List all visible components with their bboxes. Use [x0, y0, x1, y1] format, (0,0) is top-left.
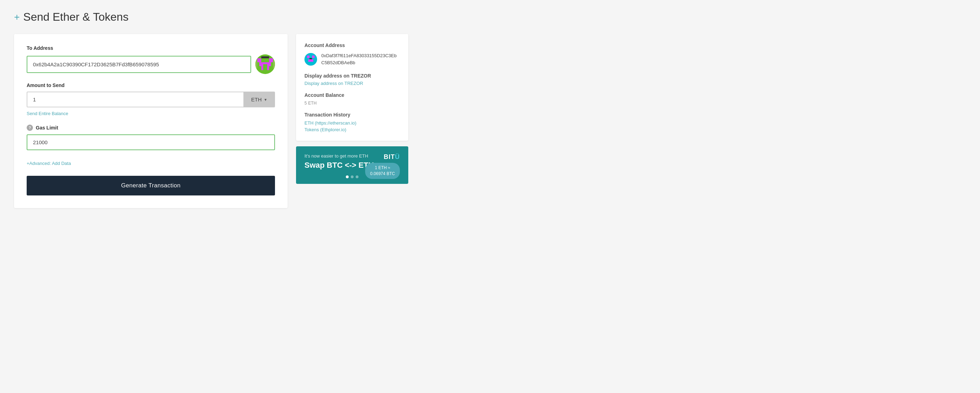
address-row [27, 54, 275, 74]
display-trezor-heading: Display address on TREZOR [304, 73, 400, 79]
bity-logo: BITÜ [384, 153, 400, 161]
bity-logo-row: BITÜ 1 ETH ≈ 0.06974 BTC [365, 153, 400, 179]
plus-icon: + [14, 11, 20, 23]
gas-limit-input[interactable] [27, 134, 275, 150]
svg-rect-3 [261, 56, 269, 59]
gas-limit-label: Gas Limit [36, 125, 58, 130]
account-avatar [304, 53, 317, 65]
svg-rect-15 [306, 58, 307, 62]
sidebar: Account Address 0xDaf3f7f611eFA83033155D… [296, 34, 408, 184]
token-dropdown-button[interactable]: ETH ▾ [243, 92, 275, 107]
bity-dot-1[interactable] [346, 175, 348, 178]
send-form-card: To Address Amount [14, 34, 288, 208]
to-address-input[interactable] [27, 56, 251, 73]
svg-rect-9 [273, 60, 275, 68]
svg-rect-14 [309, 58, 312, 59]
page-title: Send Ether & Tokens [23, 11, 128, 24]
svg-rect-13 [308, 59, 313, 62]
gas-section: ? Gas Limit [27, 124, 275, 150]
account-info-card: Account Address 0xDaf3f7f611eFA83033155D… [296, 34, 408, 141]
svg-rect-5 [261, 66, 263, 70]
gas-help-icon[interactable]: ? [27, 124, 33, 131]
avatar [255, 54, 275, 74]
send-entire-balance-link[interactable]: Send Entire Balance [27, 111, 68, 116]
tx-link-tokens[interactable]: Tokens (Ethplorer.io) [304, 127, 400, 132]
bity-dot-3[interactable] [356, 175, 358, 178]
amount-label: Amount to Send [27, 83, 275, 88]
tx-history-heading: Transaction History [304, 112, 400, 118]
svg-rect-7 [263, 64, 267, 66]
amount-section: Amount to Send ETH ▾ [27, 83, 275, 107]
balance-value: 5 ETH [304, 100, 400, 106]
svg-rect-2 [269, 58, 273, 62]
bity-promo-card[interactable]: It's now easier to get more ETH Swap BTC… [296, 146, 408, 184]
svg-rect-8 [255, 60, 258, 68]
display-trezor-link[interactable]: Display address on TREZOR [304, 81, 400, 86]
account-address-heading: Account Address [304, 43, 400, 48]
svg-rect-11 [307, 56, 309, 58]
amount-row: ETH ▾ [27, 92, 275, 107]
tx-link-eth[interactable]: ETH (https://etherscan.io) [304, 120, 400, 126]
amount-input[interactable] [27, 92, 243, 107]
chevron-down-icon: ▾ [264, 97, 267, 102]
svg-rect-6 [267, 66, 269, 70]
svg-rect-1 [258, 58, 261, 62]
account-address-row: 0xDaf3f7f611eFA83033155D23C3EbC5B52dDBAe… [304, 52, 400, 66]
token-label: ETH [251, 97, 262, 102]
to-address-label: To Address [27, 45, 275, 51]
gas-label-row: ? Gas Limit [27, 124, 275, 131]
advanced-link[interactable]: +Advanced: Add Data [27, 161, 71, 166]
generate-transaction-button[interactable]: Generate Transaction [27, 176, 275, 196]
bity-dot-2[interactable] [351, 175, 353, 178]
svg-rect-16 [315, 58, 316, 62]
account-address-text: 0xDaf3f7f611eFA83033155D23C3EbC5B52dDBAe… [321, 52, 400, 66]
bity-rate-badge: 1 ETH ≈ 0.06974 BTC [365, 163, 400, 179]
svg-rect-12 [312, 56, 315, 58]
balance-heading: Account Balance [304, 92, 400, 98]
